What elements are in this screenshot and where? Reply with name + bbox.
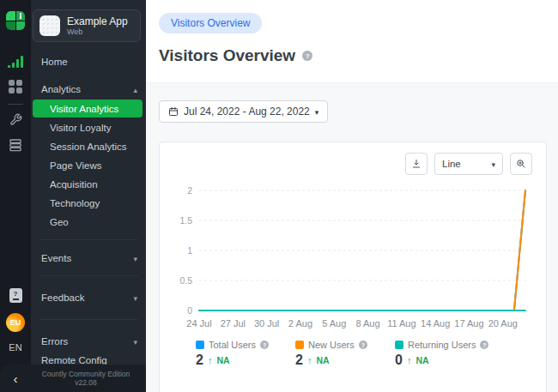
- sidebar-section-events[interactable]: Events: [31, 249, 146, 268]
- legend-label: New Users: [308, 340, 355, 350]
- magnifier-plus-icon: [516, 159, 526, 169]
- svg-text:17 Aug: 17 Aug: [454, 318, 483, 329]
- countly-logo-icon[interactable]: [6, 11, 25, 30]
- svg-text:11 Aug: 11 Aug: [387, 318, 415, 329]
- svg-text:1: 1: [187, 245, 192, 256]
- menu-divider: [39, 239, 137, 240]
- countly-app: ? EU EN Example App Web Home Analytics V…: [0, 0, 558, 392]
- svg-text:27 Jul: 27 Jul: [221, 318, 246, 329]
- sidebar-item-session-analytics[interactable]: Session Analytics: [31, 137, 146, 156]
- icon-rail: ? EU EN: [0, 0, 31, 392]
- svg-text:24 Jul: 24 Jul: [186, 318, 211, 329]
- svg-text:30 Jul: 30 Jul: [254, 318, 279, 329]
- trend-label: NA: [415, 355, 428, 365]
- date-range-label: Jul 24, 2022 - Aug 22, 2022: [184, 106, 310, 118]
- sidebar-item-acquisition[interactable]: Acquisition: [31, 175, 146, 194]
- calendar-icon: [168, 106, 179, 117]
- sidebar-item-technology[interactable]: Technology: [31, 194, 146, 213]
- chevron-down-icon: [133, 336, 137, 347]
- svg-text:2: 2: [187, 185, 192, 196]
- help-center-icon[interactable]: ?: [9, 288, 22, 303]
- svg-text:0: 0: [187, 305, 192, 316]
- chevron-down-icon: [133, 253, 137, 263]
- legend-label: Total Users: [209, 340, 256, 350]
- content: Jul 24, 2022 - Aug 22, 2022 Line: [146, 83, 558, 392]
- svg-text:14 Aug: 14 Aug: [421, 318, 450, 329]
- sidebar-item-page-views[interactable]: Page Views: [31, 156, 146, 175]
- app-icon: [39, 15, 60, 36]
- section-label: Analytics: [41, 84, 81, 94]
- section-label: Errors: [41, 336, 68, 347]
- main-area: Visitors Overview Visitors Overview Jul …: [146, 0, 558, 392]
- download-icon: [411, 159, 422, 169]
- page-title: Visitors Overview: [159, 46, 295, 65]
- sidebar-section-errors[interactable]: Errors: [31, 332, 146, 351]
- chevron-down-icon: [491, 159, 495, 169]
- user-avatar[interactable]: EU: [6, 313, 25, 332]
- svg-text:8 Aug: 8 Aug: [355, 318, 379, 329]
- legend-total-users: Total Users 2 NA: [196, 340, 270, 368]
- app-selector[interactable]: Example App Web: [33, 9, 141, 42]
- trend-label: NA: [216, 355, 229, 365]
- title-help-icon[interactable]: [302, 51, 312, 61]
- version-label: Countly Community Edition v22.08: [31, 370, 146, 387]
- legend-new-users: New Users 2 NA: [295, 340, 369, 368]
- chart-type-select[interactable]: Line: [434, 153, 503, 175]
- total-users-swatch-icon: [196, 341, 204, 349]
- trend-up-icon: [307, 355, 312, 365]
- legend-value: 2: [295, 353, 303, 368]
- sidebar-item-geo[interactable]: Geo: [31, 213, 146, 232]
- returning-users-swatch-icon: [395, 341, 403, 349]
- svg-text:5 Aug: 5 Aug: [322, 318, 346, 329]
- menu-divider: [39, 319, 137, 320]
- section-label: Events: [41, 253, 71, 263]
- collapse-sidebar-icon[interactable]: [0, 371, 31, 386]
- svg-text:0.5: 0.5: [179, 275, 192, 286]
- sidebar-item-home[interactable]: Home: [31, 52, 146, 71]
- language-selector[interactable]: EN: [9, 342, 21, 353]
- section-label: Feedback: [41, 292, 85, 303]
- legend-help-icon[interactable]: [359, 341, 367, 349]
- new-users-swatch-icon: [295, 341, 304, 349]
- legend-help-icon[interactable]: [480, 341, 488, 349]
- legend-value: 2: [196, 353, 203, 368]
- sidebar-footer: Countly Community Edition v22.08: [0, 365, 146, 392]
- visitors-chart-card: Line 00.511.5224 Jul27 Jul30 Jul2 Aug5 A…: [159, 142, 547, 392]
- sidebar: ? EU EN Example App Web Home Analytics V…: [0, 0, 146, 392]
- page-header: Visitors Overview Visitors Overview: [146, 0, 558, 83]
- chevron-down-icon: [133, 292, 137, 303]
- svg-text:20 Aug: 20 Aug: [488, 318, 518, 329]
- chart-type-value: Line: [442, 159, 461, 169]
- app-name: Example App: [67, 16, 128, 27]
- chart-legend: Total Users 2 NA New Users: [173, 340, 532, 368]
- trend-label: NA: [316, 355, 329, 365]
- data-manager-server-icon[interactable]: [9, 138, 22, 152]
- download-chart-button[interactable]: [405, 153, 428, 175]
- chevron-down-icon: [315, 106, 319, 118]
- sidebar-menu: Example App Web Home Analytics Visitor A…: [31, 0, 146, 392]
- management-wrench-icon[interactable]: [9, 113, 22, 126]
- svg-text:2 Aug: 2 Aug: [288, 318, 312, 329]
- legend-label: Returning Users: [408, 340, 476, 350]
- sidebar-section-feedback[interactable]: Feedback: [31, 288, 146, 307]
- sidebar-item-visitor-analytics[interactable]: Visitor Analytics: [33, 100, 143, 118]
- analytics-bars-icon[interactable]: [8, 56, 23, 68]
- legend-help-icon[interactable]: [260, 341, 269, 349]
- trend-up-icon: [208, 355, 213, 365]
- rail-divider: [8, 104, 23, 105]
- menu-divider: [39, 275, 137, 276]
- app-platform: Web: [67, 27, 128, 36]
- applications-grid-icon[interactable]: [9, 80, 22, 93]
- chevron-up-icon: [133, 84, 137, 94]
- legend-returning-users: Returning Users 0 NA: [395, 340, 488, 368]
- trend-up-icon: [407, 355, 412, 365]
- date-range-picker[interactable]: Jul 24, 2022 - Aug 22, 2022: [159, 100, 328, 123]
- svg-text:1.5: 1.5: [179, 215, 192, 226]
- legend-value: 0: [395, 353, 403, 368]
- sidebar-item-visitor-loyalty[interactable]: Visitor Loyalty: [31, 118, 146, 137]
- tab-visitors-overview[interactable]: Visitors Overview: [159, 13, 262, 33]
- sidebar-section-analytics[interactable]: Analytics: [31, 80, 146, 99]
- visitors-chart[interactable]: 00.511.5224 Jul27 Jul30 Jul2 Aug5 Aug8 A…: [173, 178, 534, 335]
- zoom-chart-button[interactable]: [510, 153, 532, 175]
